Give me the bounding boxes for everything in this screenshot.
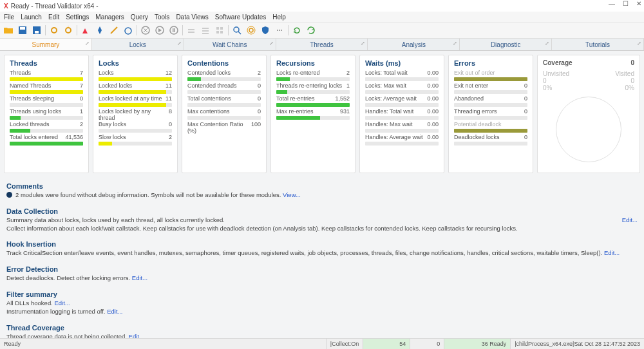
coverage-donut: [556, 97, 621, 162]
tab-threads[interactable]: Threads⤢: [276, 39, 368, 50]
section-hook-insertion: Hook Insertion Track CriticalSection ent…: [0, 235, 644, 260]
wand-icon[interactable]: [108, 24, 120, 36]
close-button[interactable]: ✕: [636, 0, 641, 7]
metric-bar: [276, 103, 350, 107]
metric-row: Abandoned0: [454, 95, 527, 107]
comment-dot-icon: [6, 192, 12, 198]
comments-view-link[interactable]: View...: [283, 191, 301, 198]
ed-edit-link[interactable]: Edit...: [132, 274, 147, 281]
svg-rect-10: [173, 28, 174, 32]
metric-bar: [99, 142, 172, 146]
menu-query[interactable]: Query: [131, 14, 148, 21]
svg-rect-19: [216, 31, 219, 33]
metric-bar: [365, 103, 439, 107]
save-icon[interactable]: [17, 24, 28, 36]
menu-file[interactable]: File: [4, 14, 14, 21]
status-ready: Ready: [0, 339, 24, 349]
card-title: Recursions: [276, 59, 350, 67]
play-icon[interactable]: [154, 24, 166, 36]
metric-value: 1,552: [335, 95, 350, 102]
pin-icon[interactable]: ⤢: [453, 41, 457, 46]
metric-bar: [454, 142, 527, 146]
metric-row: Contended locks2: [187, 70, 261, 81]
dc-edit-link[interactable]: Edit...: [622, 216, 638, 225]
pin-icon[interactable]: ⤢: [177, 41, 182, 46]
metric-label: Total locks entered: [10, 134, 58, 140]
pause-icon[interactable]: [168, 24, 180, 36]
metric-row: Max contentions0: [187, 108, 261, 120]
metric-value: 7: [80, 70, 83, 76]
svg-point-6: [125, 28, 131, 34]
status-process: |childProcess_x64.exe|Sat Oct 28 12:47:5…: [510, 339, 644, 349]
tab-analysis[interactable]: Analysis⤢: [368, 39, 460, 50]
search-icon[interactable]: [231, 24, 243, 36]
shield-icon[interactable]: [260, 24, 271, 36]
menu-managers[interactable]: Managers: [95, 14, 124, 21]
status-n2: 0: [410, 339, 444, 349]
svg-rect-16: [202, 33, 209, 34]
metric-bar: [276, 90, 350, 94]
filter-edit1-link[interactable]: Edit...: [54, 299, 70, 307]
timer-icon[interactable]: [122, 24, 134, 36]
menu-edit[interactable]: Edit: [48, 14, 59, 21]
gear-icon[interactable]: [245, 24, 257, 36]
svg-rect-11: [175, 28, 176, 32]
metric-label: Abandoned: [454, 95, 484, 102]
filter-edit2-link[interactable]: Edit...: [107, 308, 122, 315]
svg-point-5: [66, 28, 71, 33]
metric-label: Max Contention Ratio (%): [187, 121, 251, 134]
metric-value: 0.00: [427, 134, 439, 140]
pin-icon[interactable]: [94, 24, 106, 36]
rocket-icon[interactable]: [80, 24, 91, 36]
maximize-button[interactable]: ☐: [623, 0, 629, 7]
card-title: Locks: [99, 59, 172, 67]
tab-wait-chains[interactable]: Wait Chains⤢: [184, 39, 276, 50]
menu-help[interactable]: Help: [272, 14, 286, 21]
metric-value: 0: [258, 95, 261, 102]
pin-icon[interactable]: ⤢: [85, 41, 90, 46]
tab-locks[interactable]: Locks⤢: [92, 39, 184, 50]
metric-row: Locks: Total wait0.00: [365, 70, 439, 81]
metric-value: 0: [524, 95, 527, 102]
metric-bar: [187, 116, 261, 120]
blocks-3-icon[interactable]: [214, 24, 225, 36]
pin-icon[interactable]: ⤢: [361, 41, 365, 46]
blocks-1-icon[interactable]: [185, 24, 197, 36]
open-folder-icon[interactable]: [3, 24, 14, 36]
metric-bar: [276, 116, 350, 120]
menu-software-updates[interactable]: Software Updates: [215, 14, 267, 21]
metric-value: 11: [166, 95, 172, 102]
metric-label: Slow locks: [99, 134, 126, 140]
svg-rect-3: [35, 31, 39, 33]
stop-icon[interactable]: [140, 24, 151, 36]
visited-count: 0: [630, 77, 634, 84]
gear-down-icon[interactable]: [48, 24, 60, 36]
visited-pct: 0%: [625, 84, 634, 91]
tab-tutorials[interactable]: Tutorials⤢: [552, 39, 644, 50]
tabbar: Summary⤢ Locks⤢ Wait Chains⤢ Threads⤢ An…: [0, 39, 644, 51]
dots-icon[interactable]: [274, 24, 285, 36]
metric-value: 41,536: [65, 134, 83, 140]
tab-diagnostic[interactable]: Diagnostic⤢: [460, 39, 552, 50]
card-waits: Waits (ms) Locks: Total wait0.00Locks: M…: [359, 55, 444, 173]
hook-body: Track CriticalSection enter/leave events…: [6, 249, 602, 256]
svg-rect-12: [188, 29, 194, 30]
refresh-all-icon[interactable]: [305, 24, 317, 36]
blocks-2-icon[interactable]: [200, 24, 211, 36]
disk-icon[interactable]: [31, 24, 43, 36]
minimize-button[interactable]: —: [609, 0, 615, 7]
pin-icon[interactable]: ⤢: [545, 41, 549, 46]
menu-settings[interactable]: Settings: [66, 14, 89, 21]
metric-value: 7: [80, 82, 83, 89]
hook-edit-link[interactable]: Edit...: [604, 249, 620, 256]
menu-launch[interactable]: Launch: [21, 14, 42, 21]
pin-icon[interactable]: ⤢: [269, 41, 274, 46]
menu-tools[interactable]: Tools: [155, 14, 169, 21]
menu-data-views[interactable]: Data Views: [176, 14, 208, 21]
pin-icon[interactable]: ⤢: [637, 41, 641, 46]
tab-summary[interactable]: Summary⤢: [0, 39, 92, 50]
refresh-icon[interactable]: [291, 24, 303, 36]
filter-body1: All DLLs hooked.: [6, 299, 53, 307]
gear-up-icon[interactable]: [62, 24, 74, 36]
metric-label: Threads using locks: [10, 108, 61, 115]
